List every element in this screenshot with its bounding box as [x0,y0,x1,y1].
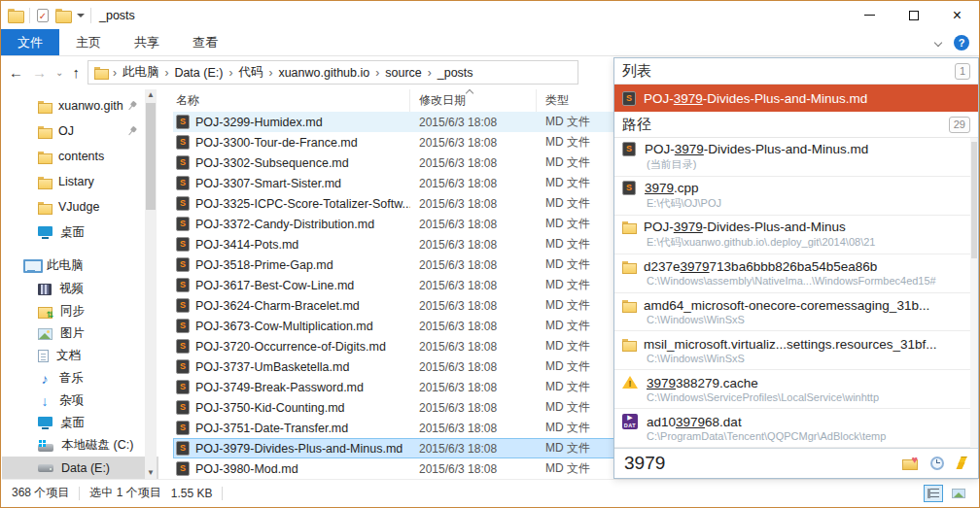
history-icon[interactable] [930,457,944,470]
md-file-icon: S [176,400,190,415]
md-file-icon: S [622,142,636,156]
scrollbar-thumb[interactable] [971,142,977,258]
recent-locations-icon[interactable]: ⌄ [55,67,63,78]
sidebar-item-xuanwo[interactable]: xuanwo.gith [2,93,158,119]
listary-result[interactable]: amd64_microsoft-onecore-coremessaging_31… [614,293,978,332]
folder-icon [38,177,51,187]
close-button[interactable]: × [935,1,979,29]
breadcrumb-posts[interactable]: _posts [438,66,473,80]
scroll-down-icon[interactable]: ▼ [145,467,157,479]
sidebar-item-pictures[interactable]: 图片 [2,322,158,345]
listary-result[interactable]: S POJ-3979-Divides-Plus-and-Minus.md (当前… [614,138,978,177]
result-path: C:\Windows\WinSxS [622,353,964,364]
sidebar-item-label: 桌面 [60,224,85,241]
sidebar-item-videos[interactable]: 视频 [2,278,158,300]
listary-result[interactable]: ad10397968.dat C:\ProgramData\Tencent\QQ… [614,409,978,448]
quick-access-toolbar: ✓ [8,8,91,23]
column-header-date[interactable]: 修改日期 [410,89,537,112]
listary-result[interactable]: 3979388279.cache C:\Windows\ServiceProfi… [614,370,978,409]
breadcrumb-this-pc[interactable]: 此电脑 [122,64,159,81]
thumbnails-view-button[interactable] [949,485,968,502]
md-file-icon: S [176,339,190,354]
sidebar-item-misc[interactable]: ↓ 杂项 [2,389,158,412]
sidebar-item-label: 桌面 [60,415,85,431]
crumb-separator: › [164,66,168,80]
pictures-icon [38,328,52,340]
result-path: C:\ProgramData\Tencent\QQPCMgr\AdBlock\t… [622,430,964,442]
sidebar-item-sync[interactable]: 同步 [2,300,158,322]
properties-icon[interactable]: ✓ [37,9,49,22]
sidebar-item-desktop-quick[interactable]: 桌面 [2,220,158,245]
result-count-badge: 1 [955,63,970,80]
window-controls: × [848,1,979,29]
sidebar-item-label: Listary [58,175,94,188]
up-icon[interactable]: ↑ [72,64,80,81]
listary-results: S POJ-3979-Divides-Plus-and-Minus.md (当前… [614,138,978,448]
pin-icon [124,123,139,138]
breadcrumb-repo[interactable]: xuanwo.github.io [278,66,369,80]
actions-icon[interactable] [957,457,968,470]
folder-icon [622,221,635,232]
crumb-separator: › [375,66,379,80]
folder-icon [38,126,51,137]
new-folder-icon[interactable] [55,9,70,21]
result-path: C:\Windows\assembly\NativeIma...\Windows… [622,275,964,287]
listary-result[interactable]: POJ-3979-Divides-Plus-and-Minus E:\代码\xu… [614,216,978,254]
result-path: C:\Windows\WinSxS [622,314,964,325]
maximize-button[interactable] [892,1,935,29]
crumb-separator: › [428,66,432,80]
items-count: 368 个项目 [12,485,69,501]
listary-result[interactable]: S 3979.cpp E:\代码\OJ\POJ [614,177,978,216]
sidebar-item-listary[interactable]: Listary [2,169,158,194]
titlebar: ✓ _posts × [1,1,979,29]
column-header-name[interactable]: 名称 [173,89,410,112]
md-file-icon: S [176,441,190,456]
sidebar-item-vjudge[interactable]: VJudge [2,194,158,220]
listary-result[interactable]: d237e3979713ba6bbb826ba54b5ea86b C:\Wind… [614,254,978,293]
md-file-icon: S [176,461,190,476]
result-path: E:\代码\OJ\POJ [622,196,964,211]
sidebar-scrollbar[interactable]: ▲ ▼ [145,89,157,479]
listary-result[interactable]: msil_microsoft.virtualiz...settings.reso… [614,331,978,370]
tab-home[interactable]: 主页 [59,29,118,55]
crumb-separator: › [268,66,272,80]
result-path: E:\代码\xuanwo.github.io\.deploy_git\2014\… [622,235,964,250]
minimize-button[interactable] [848,1,892,29]
listary-scrollbar[interactable] [970,138,978,448]
sidebar-item-label: OJ [58,124,74,138]
details-view-icon [928,489,939,498]
toolbar-separator [29,8,30,23]
breadcrumb-code[interactable]: 代码 [238,64,262,81]
breadcrumb-data-e[interactable]: Data (E:) [174,66,223,80]
crumb-separator: › [113,66,117,80]
scrollbar-thumb[interactable] [146,103,156,210]
tab-view[interactable]: 查看 [176,29,234,55]
pin-icon [124,98,139,113]
back-icon[interactable]: ← [9,64,23,81]
breadcrumb[interactable]: › 此电脑 › Data (E:) › 代码 › xuanwo.github.i… [88,60,578,85]
documents-icon [38,350,49,362]
breadcrumb-source[interactable]: source [385,66,422,80]
tab-file[interactable]: 文件 [1,29,59,55]
app-folder-icon [8,9,22,21]
scroll-up-icon[interactable]: ▲ [145,89,157,101]
collapse-ribbon-icon[interactable] [934,39,942,47]
help-icon[interactable]: ? [954,35,969,51]
favorites-icon[interactable] [902,457,918,470]
details-view-button[interactable] [924,485,943,502]
sidebar-item-data-e[interactable]: Data (E:) [2,457,158,479]
search-query[interactable]: 3979 [624,453,889,474]
customize-toolbar-icon[interactable] [77,12,84,18]
sidebar-item-desktop[interactable]: 桌面 [2,412,158,434]
tab-share[interactable]: 共享 [118,29,176,55]
sidebar-item-contents[interactable]: contents [2,144,158,169]
sidebar-item-oj[interactable]: OJ [2,119,158,144]
md-file-icon: S [176,217,190,231]
forward-icon[interactable]: → [32,64,47,81]
sidebar-item-disk-c[interactable]: 本地磁盘 (C:) [2,434,158,457]
listary-selected-result[interactable]: S POJ-3979-Divides-Plus-and-Minus.md [614,85,978,112]
ribbon-tabs: 文件 主页 共享 查看 ? [1,29,979,56]
sidebar-item-this-pc[interactable]: 此电脑 [2,253,158,278]
sidebar-item-documents[interactable]: 文档 [2,345,158,367]
sidebar-item-music[interactable]: ♪ 音乐 [2,367,158,389]
